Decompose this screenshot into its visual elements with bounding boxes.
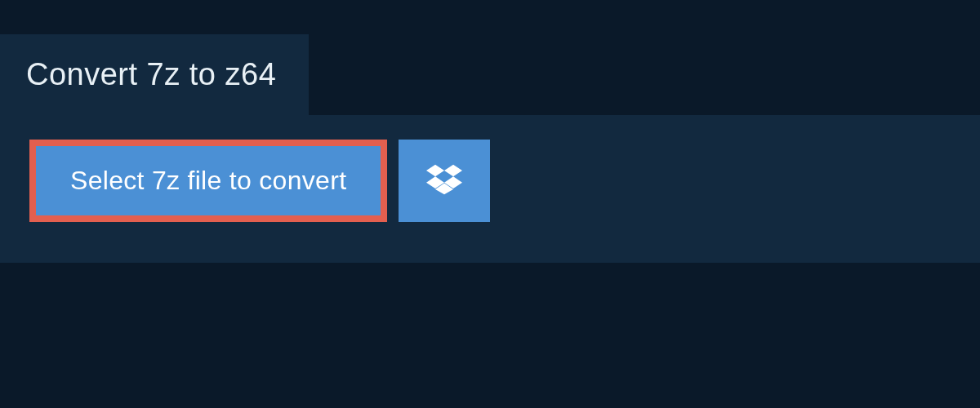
select-file-button[interactable]: Select 7z file to convert xyxy=(29,140,387,222)
page-title: Convert 7z to z64 xyxy=(26,57,276,92)
button-row: Select 7z file to convert xyxy=(29,140,951,222)
page-title-tab: Convert 7z to z64 xyxy=(0,34,309,115)
upload-panel: Select 7z file to convert xyxy=(0,115,980,263)
dropbox-button[interactable] xyxy=(399,140,490,222)
dropbox-icon xyxy=(426,162,462,200)
